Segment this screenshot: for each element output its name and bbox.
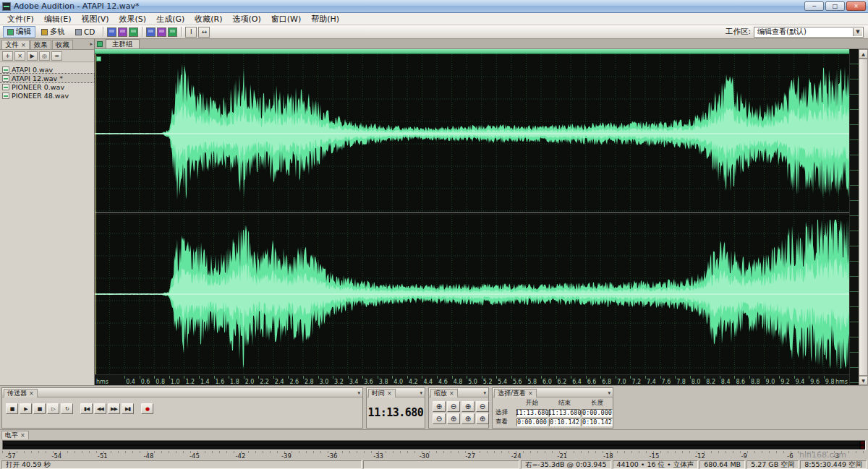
zoom-full-button[interactable]: ⊖: [476, 401, 489, 412]
zoom-to-selection-button[interactable]: ⊕: [461, 401, 475, 412]
go-to-end-button[interactable]: ▶▮: [122, 403, 134, 414]
menu-file[interactable]: 文件(F): [2, 13, 39, 25]
play-looped-button[interactable]: ↻: [61, 403, 73, 414]
import-file-button[interactable]: +: [2, 51, 13, 61]
zoom-panel-tab[interactable]: 缩放 ×: [430, 389, 458, 397]
zoom-in-vertical-button[interactable]: ⊕: [447, 413, 460, 424]
clip-indicator-right[interactable]: [861, 446, 864, 449]
ruler-label: 7.0: [617, 379, 626, 385]
file-name: PIONEER 0.wav: [12, 83, 64, 91]
zoom-right-edge-button[interactable]: ⊕: [476, 413, 489, 424]
zoom-left-edge-button[interactable]: ⊕: [461, 413, 475, 424]
selection-handle[interactable]: [96, 56, 101, 61]
zoom-out-horizontal-button[interactable]: ⊖: [447, 401, 460, 412]
time-selection-tool-button[interactable]: I: [185, 27, 197, 38]
scrub-tool-button[interactable]: ↔: [198, 27, 210, 38]
panel-menu-icon[interactable]: ▾: [483, 390, 486, 396]
panel-menu-icon[interactable]: ▾: [420, 390, 422, 396]
chevron-down-icon[interactable]: ▼: [853, 28, 862, 36]
horizontal-range-bar[interactable]: [95, 49, 849, 54]
zoom-panel: 缩放 × ▾ ⊕⊖⊕⊖⊖⊕⊕⊕: [428, 387, 489, 429]
rewind-button[interactable]: ◀◀: [94, 403, 106, 414]
clip-indicator-left[interactable]: [861, 442, 864, 444]
zoom-out-full-button[interactable]: ⊖: [433, 413, 446, 424]
selection-start-value[interactable]: 11:13.680: [516, 409, 548, 417]
scroll-up-icon[interactable]: ▲: [859, 49, 868, 59]
close-icon[interactable]: ×: [29, 390, 34, 397]
new-file-button[interactable]: [107, 27, 116, 37]
edit-view-button[interactable]: 编辑: [3, 26, 35, 38]
menu-effects[interactable]: 效果(S): [114, 13, 152, 25]
options-menu-button[interactable]: ≡: [51, 51, 62, 61]
maximize-button[interactable]: □: [825, 1, 845, 11]
close-file-button[interactable]: ×: [14, 51, 25, 61]
file-list-item[interactable]: PIONEER 48.wav: [0, 91, 94, 100]
close-icon[interactable]: ×: [21, 42, 26, 48]
menu-options[interactable]: 选项(O): [228, 13, 266, 25]
multitrack-view-button[interactable]: 多轨: [37, 26, 69, 38]
file-name: PIONEER 48.wav: [12, 92, 69, 100]
close-icon[interactable]: ×: [449, 390, 454, 397]
stop-button[interactable]: ■: [6, 403, 18, 414]
scrollbar-thumb[interactable]: [859, 59, 868, 376]
panel-menu-icon[interactable]: ▾: [608, 390, 610, 396]
file-list-item[interactable]: PIONEER 0.wav: [0, 82, 94, 91]
play-from-cursor-button[interactable]: ▷: [47, 403, 59, 414]
menu-favorites[interactable]: 收藏(R): [190, 13, 227, 25]
view-length-value[interactable]: 0:10.142: [582, 418, 613, 426]
toolbar-icon-group: [107, 27, 177, 37]
selection-end-value[interactable]: 11:13.680: [549, 409, 580, 417]
redo-button[interactable]: [157, 27, 166, 37]
amplitude-ruler[interactable]: [849, 49, 859, 385]
close-icon[interactable]: ×: [20, 432, 25, 439]
menu-generate[interactable]: 生成(G): [151, 13, 190, 25]
level-meter[interactable]: [2, 440, 866, 450]
tab-overflow-icon[interactable]: ▸: [90, 41, 93, 47]
effects-tab[interactable]: 效果: [30, 40, 51, 49]
go-to-beginning-button[interactable]: ▮◀: [80, 403, 93, 414]
view-start-value[interactable]: 0:00.000: [516, 418, 548, 426]
play-button[interactable]: ▶: [20, 403, 32, 414]
batch-process-button[interactable]: [168, 27, 177, 37]
transport-panel-tab[interactable]: 传送器 ×: [4, 389, 38, 397]
undo-button[interactable]: [146, 27, 156, 37]
ruler-label: 7.4: [647, 379, 656, 385]
insert-cd-button[interactable]: ◎: [39, 51, 50, 61]
time-panel-tab[interactable]: 时间 ×: [368, 389, 396, 397]
view-end-value[interactable]: 0:10.142: [549, 418, 580, 426]
minimize-button[interactable]: −: [804, 1, 824, 11]
panel-menu-icon[interactable]: ▾: [357, 390, 360, 396]
menu-view[interactable]: 视图(V): [76, 13, 114, 25]
open-file-button[interactable]: [118, 27, 127, 37]
close-button[interactable]: ×: [846, 1, 866, 11]
fast-forward-button[interactable]: ▶▶: [108, 403, 120, 414]
workspace-combobox[interactable]: 编辑查看(默认) ▼: [754, 27, 864, 38]
scroll-down-icon[interactable]: ▼: [859, 376, 868, 385]
insert-multitrack-button[interactable]: ▶: [27, 51, 38, 61]
selection-length-value[interactable]: 0:00.000: [582, 409, 613, 417]
record-button[interactable]: ●: [141, 403, 153, 414]
menu-help[interactable]: 帮助(H): [306, 13, 344, 25]
pause-button[interactable]: ▮▮: [33, 403, 46, 414]
close-icon[interactable]: ×: [387, 390, 392, 397]
menu-window[interactable]: 窗口(W): [266, 13, 306, 25]
level-scale-label: -24: [511, 452, 522, 460]
waveform-display[interactable]: 0.40.60.81.01.21.41.61.82.02.22.42.62.83…: [95, 49, 849, 385]
menu-edit[interactable]: 编辑(E): [39, 13, 77, 25]
vertical-scrollbar[interactable]: ▲ ▼: [859, 49, 868, 385]
title-bar[interactable]: Adobe Audition - ATAPI 12.wav* −□×: [0, 0, 868, 13]
levels-panel-tab[interactable]: 电平 ×: [1, 431, 29, 439]
zoom-in-horizontal-button[interactable]: ⊕: [433, 401, 446, 412]
time-ruler[interactable]: 0.40.60.81.01.21.41.61.82.02.22.42.62.83…: [95, 374, 849, 385]
waveform-svg[interactable]: [95, 54, 849, 374]
close-icon[interactable]: ×: [528, 390, 533, 397]
save-file-button[interactable]: [129, 27, 138, 37]
cd-view-button[interactable]: CD: [71, 26, 99, 38]
files-tab[interactable]: 文件×: [1, 40, 30, 49]
file-list-item[interactable]: ATAPI 12.wav *: [0, 74, 94, 82]
file-list-item[interactable]: ATAPI 0.wav: [0, 65, 94, 74]
favorites-tab[interactable]: 收藏: [52, 40, 73, 49]
tab-main-group[interactable]: 主群组: [106, 39, 140, 48]
time-display[interactable]: 11:13.680: [367, 397, 425, 428]
selection-panel-tab[interactable]: 选择/查看 ×: [494, 389, 537, 397]
